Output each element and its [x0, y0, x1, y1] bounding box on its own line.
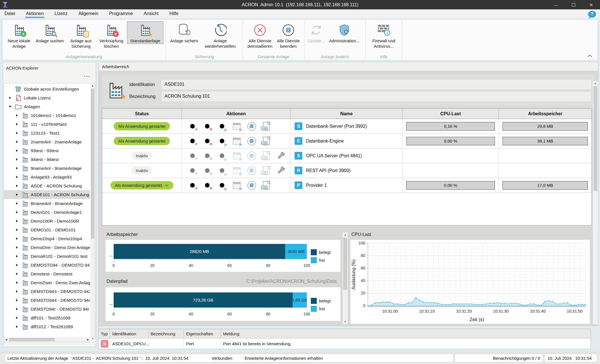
scroll-down-icon[interactable]: ▼ [90, 336, 95, 341]
close-button[interactable]: × [582, 0, 600, 9]
search-plant-button[interactable]: Anlage suchen [33, 21, 66, 44]
expander-icon[interactable] [14, 201, 19, 206]
scrollbar-thumb[interactable] [593, 86, 597, 191]
expander-icon[interactable] [7, 95, 13, 101]
expander-icon[interactable] [14, 298, 19, 303]
collapse-ribbon-button[interactable] [587, 54, 593, 58]
scrollbar-thumb[interactable] [9, 338, 55, 341]
install-service-button[interactable]: + [188, 137, 197, 146]
more-options-button[interactable]: ... [84, 72, 91, 78]
tree-item-plant[interactable]: ★ 101demo1 - 101demo1 [4, 111, 90, 120]
workspace-vertical-scrollbar[interactable]: ▲ [593, 81, 598, 324]
uninstall-service-button[interactable]: × [203, 166, 212, 175]
tree-item-anlagen[interactable]: Anlagen [4, 102, 90, 111]
expander-icon[interactable] [14, 315, 19, 321]
service-status-badge[interactable]: Als Anwendung gestartet [114, 137, 170, 145]
plant-from-backup-button[interactable]: Anlage aus Sicherung [66, 21, 96, 49]
open-log-button[interactable]: LOG [262, 166, 271, 175]
expander-icon[interactable] [14, 289, 19, 294]
expander-icon[interactable] [14, 175, 19, 180]
help-button[interactable]: ? [588, 11, 597, 18]
menu-item[interactable]: Ansicht [143, 11, 159, 17]
configure-service-button[interactable] [277, 166, 286, 175]
tree-item-plant[interactable]: ★ ASDE101 - ACRON Schulung 101 [4, 190, 90, 199]
notifications-field[interactable]: Benachrichtigungen 0 / 0 [455, 354, 543, 362]
start-service-button[interactable] [218, 151, 227, 160]
tree-horizontal-scrollbar[interactable]: ◀ ▶ [4, 337, 90, 342]
service-status-badge[interactable]: Als Anwendung gestartet [111, 181, 173, 189]
start-as-application-button[interactable] [232, 181, 241, 190]
service-status-badge[interactable]: Als Anwendung gestartet [114, 122, 170, 130]
scrollbar-thumb[interactable] [343, 238, 347, 290]
service-status-badge[interactable]: Inaktiv [131, 152, 153, 160]
expander-icon[interactable] [14, 271, 19, 277]
tree-item-plant[interactable]: ★ 93test - 93test [4, 146, 90, 155]
backup-plant-button[interactable]: Anlage sichern [168, 21, 200, 44]
stop-service-button[interactable] [247, 151, 256, 160]
expander-icon[interactable] [14, 254, 19, 259]
expander-icon[interactable] [14, 227, 19, 233]
expander-icon[interactable] [14, 210, 19, 215]
tree-item-plant[interactable]: ★ Demo100R - Demo100R [4, 217, 90, 225]
tree-item-plant[interactable]: ★ ASDE - ACRON Schulung [4, 181, 90, 190]
tree-item-plant[interactable]: ★ BnameAnl - BnameAnlage [4, 199, 90, 208]
tree-item-plant[interactable]: ★ 94test - 94test [4, 155, 90, 164]
administration-button[interactable]: Administration... [326, 21, 363, 44]
maximize-button[interactable] [565, 0, 582, 9]
tree-item-plant[interactable]: ★ diff1012 - Test261099 [4, 322, 90, 331]
uninstall-service-button[interactable]: × [203, 151, 212, 160]
tree-item-plant[interactable]: ★ DemoR101 - DemoR101 test [4, 252, 90, 261]
tree-item-plant[interactable]: ★ 9nameAnl - 9nameAnlage [4, 164, 90, 173]
start-as-application-button[interactable] [232, 166, 241, 175]
tree-item-plant[interactable]: ★ DEMO101 - DEMO101 [4, 225, 90, 234]
tree-item-plant[interactable]: ★ 2nameAnl - 2nameAnlage [4, 137, 90, 146]
menu-item[interactable]: Hilfe [169, 11, 179, 17]
column-meldung[interactable]: Meldung [221, 329, 591, 338]
install-service-button[interactable]: + [188, 166, 197, 175]
expander-icon[interactable] [14, 113, 19, 118]
stop-all-services-button[interactable]: Alle Dienste beenden [275, 21, 302, 49]
uninstall-service-button[interactable]: × [203, 181, 212, 190]
expander-icon[interactable] [14, 131, 19, 136]
expander-icon[interactable] [14, 183, 19, 189]
open-log-button[interactable]: LOG [262, 122, 271, 131]
expander-icon[interactable] [14, 139, 19, 145]
install-service-button[interactable]: + [188, 122, 197, 131]
start-service-button[interactable] [218, 181, 227, 190]
tree-item-plant[interactable]: ★ DEMSTD943 - DEMOSTD 943 [4, 287, 90, 296]
start-as-application-button[interactable] [232, 122, 241, 131]
uninstall-service-button[interactable]: × [203, 137, 212, 146]
tree-item-plant[interactable]: ★ DemoZwei - Demo Zwei Anlage [4, 278, 90, 287]
column-bezeichnung[interactable]: Bezeichnung [148, 329, 184, 338]
expander-icon[interactable] [14, 280, 19, 285]
expander-icon[interactable] [14, 122, 19, 127]
uninstall-service-button[interactable]: × [203, 122, 212, 131]
new-local-plant-button[interactable]: + Neue lokale Anlage [5, 21, 33, 49]
scroll-right-icon[interactable]: ▶ [86, 337, 90, 342]
start-as-application-button[interactable] [232, 151, 241, 160]
stop-service-button[interactable] [247, 122, 256, 131]
menu-item[interactable]: Datei [4, 11, 16, 17]
tree-item-plant[interactable]: ★ Anlage93 - Anlage93 [4, 173, 90, 181]
tree-item-plant[interactable]: ★ DEMSTD94r - DEMOSTD 94r [4, 305, 90, 313]
menu-item[interactable]: Lizenz [54, 11, 68, 17]
tree-item-plant[interactable]: ★ diff101 - Test261099 [4, 313, 90, 322]
scrollbar-thumb[interactable] [91, 89, 94, 239]
minimize-button[interactable] [547, 0, 565, 9]
scroll-up-icon[interactable]: ▲ [593, 81, 598, 85]
tree-item-plant[interactable]: ★ Demotest - Demotest [4, 269, 90, 278]
column-eigenschaften[interactable]: Eigenschaften [184, 329, 221, 338]
column-typ[interactable]: Typ [99, 329, 110, 338]
expander-icon[interactable] [14, 219, 19, 224]
tree-vertical-scrollbar[interactable]: ▲ [90, 83, 95, 337]
column-identifikation[interactable]: Identifikation [110, 329, 148, 338]
expander-icon[interactable] [14, 263, 19, 268]
start-service-button[interactable] [218, 137, 227, 146]
default-plant-button[interactable]: ★ Standardanlage [127, 21, 163, 44]
delete-link-button[interactable]: × Verknüpfung löschen [96, 21, 127, 49]
tree-item-plant[interactable]: ★ 111 - v10TestPlant [4, 120, 90, 129]
expander-icon[interactable] [14, 148, 19, 153]
expander-icon[interactable] [7, 104, 13, 109]
firewall-antivirus-button[interactable]: i Firewall und Antivirus... [368, 21, 400, 49]
scroll-down-icon[interactable]: ▼ [343, 319, 348, 324]
